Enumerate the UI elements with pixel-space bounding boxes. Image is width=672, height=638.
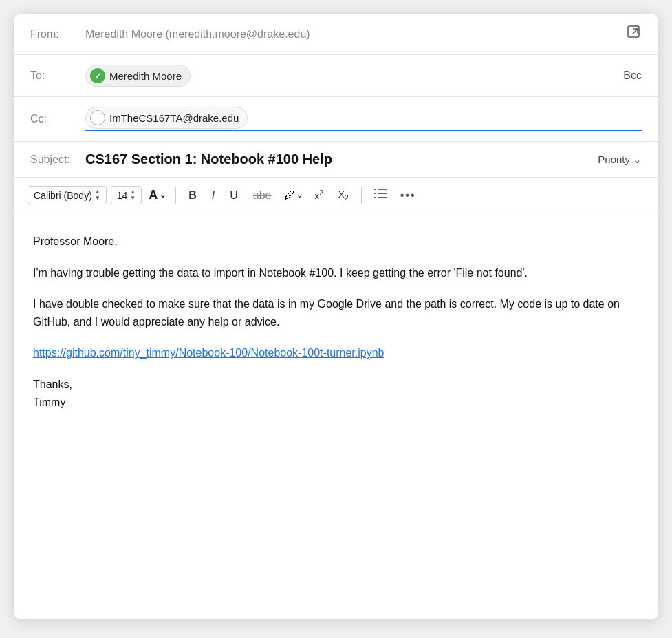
to-row: To: Meredith Moore Bcc (14, 55, 658, 97)
paragraph-1-text: I'm having trouble getting the data to i… (33, 267, 528, 279)
to-label: To: (30, 70, 85, 82)
chevron-down-icon: ⌄ (160, 191, 166, 200)
email-compose-window: From: Meredith Moore (meredith.moore@dra… (14, 14, 658, 619)
ellipsis-icon: ••• (400, 189, 416, 201)
formatting-toolbar: Calibri (Body) ▲ ▼ 14 ▲ ▼ A ⌄ B I U abe … (14, 178, 658, 213)
highlight-icon: 🖊 (284, 189, 295, 202)
superscript-button[interactable]: x2 (310, 186, 329, 204)
cc-recipient-chip[interactable]: ImTheCS167TA@drake.edu (85, 107, 248, 129)
signature-text: Timmy (33, 394, 639, 412)
paragraph-2-text: I have double checked to make sure that … (33, 298, 620, 328)
cc-avatar (90, 110, 105, 125)
toolbar-divider-2 (361, 187, 362, 204)
external-link-icon[interactable] (627, 25, 642, 43)
strikethrough-button[interactable]: abe (248, 187, 277, 204)
email-paragraph-2: I have double checked to make sure that … (33, 295, 639, 330)
recipient-name: Meredith Moore (109, 70, 182, 82)
bold-button[interactable]: B (183, 187, 202, 204)
priority-button[interactable]: Priority ⌄ (598, 153, 642, 166)
from-row: From: Meredith Moore (meredith.moore@dra… (14, 14, 658, 55)
font-size-value: 14 (117, 190, 128, 201)
toolbar-divider-1 (175, 187, 176, 204)
bcc-button[interactable]: Bcc (623, 70, 642, 82)
list-button[interactable] (369, 184, 392, 206)
to-content: Meredith Moore (85, 65, 623, 87)
italic-button[interactable]: I (206, 187, 220, 204)
chevron-down-icon: ⌄ (296, 191, 303, 200)
font-family-selector[interactable]: Calibri (Body) ▲ ▼ (28, 186, 107, 204)
email-link-paragraph: https://github.com/tiny_timmy/Notebook-1… (33, 344, 639, 362)
greeting-text: Professor Moore, (33, 235, 118, 247)
email-body[interactable]: Professor Moore, I'm having trouble gett… (14, 213, 658, 438)
font-size-spinner[interactable]: ▲ ▼ (130, 189, 136, 201)
email-greeting: Professor Moore, (33, 233, 639, 251)
from-label: From: (30, 28, 85, 41)
chevron-down-icon: ⌄ (633, 153, 642, 166)
subscript-button[interactable]: X2 (333, 187, 354, 204)
font-size-selector[interactable]: 14 ▲ ▼ (111, 186, 142, 204)
email-closing: Thanks, Timmy (33, 376, 639, 411)
priority-label: Priority (598, 153, 630, 165)
highlight-button[interactable]: 🖊 ⌄ (281, 187, 305, 204)
font-family-value: Calibri (Body) (34, 190, 92, 201)
subject-label: Subject: (30, 153, 85, 166)
font-color-label: A (149, 188, 158, 202)
font-family-spinner[interactable]: ▲ ▼ (95, 189, 100, 201)
email-paragraph-1: I'm having trouble getting the data to i… (33, 264, 639, 282)
recipient-avatar (90, 68, 105, 83)
to-recipient-chip[interactable]: Meredith Moore (85, 65, 191, 87)
closing-text: Thanks, (33, 376, 639, 394)
more-options-button[interactable]: ••• (396, 187, 420, 204)
cc-row: Cc: ImTheCS167TA@drake.edu (14, 97, 658, 142)
font-color-selector[interactable]: A ⌄ (146, 185, 169, 205)
cc-label: Cc: (30, 113, 85, 125)
cc-field-wrapper[interactable]: ImTheCS167TA@drake.edu (85, 107, 642, 131)
subject-value: CS167 Section 1: Notebook #100 Help (85, 151, 598, 167)
underline-button[interactable]: U (224, 187, 243, 204)
cc-value: ImTheCS167TA@drake.edu (109, 112, 239, 124)
from-value: Meredith Moore (meredith.moore@drake.edu… (85, 28, 310, 41)
github-link[interactable]: https://github.com/tiny_timmy/Notebook-1… (33, 347, 384, 359)
subject-row: Subject: CS167 Section 1: Notebook #100 … (14, 142, 658, 178)
from-content: Meredith Moore (meredith.moore@drake.edu… (85, 28, 627, 41)
